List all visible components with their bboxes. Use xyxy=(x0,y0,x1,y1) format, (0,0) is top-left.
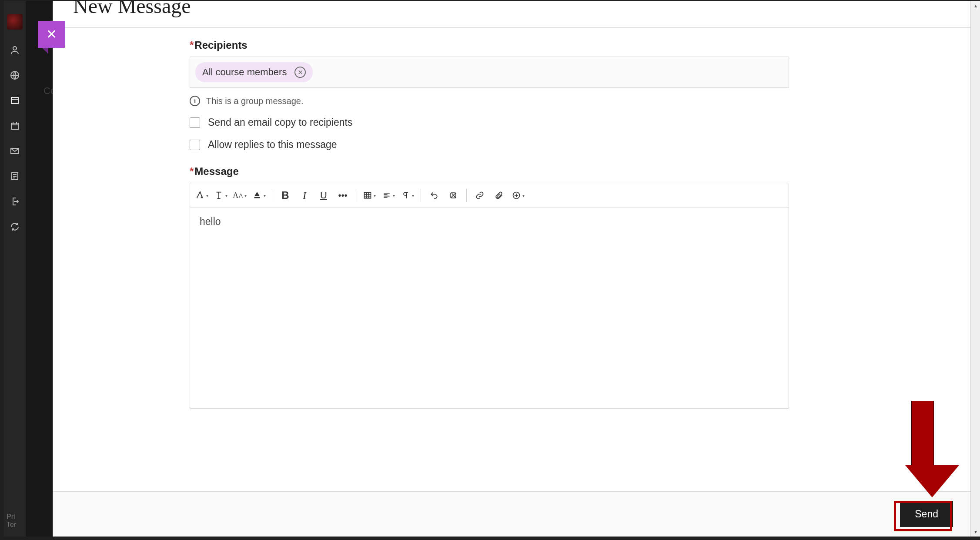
chevron-down-icon: ▾ xyxy=(206,193,208,198)
vertical-scrollbar[interactable]: ▴ ▾ xyxy=(970,1,980,537)
panel-footer: Send xyxy=(53,491,970,537)
italic-button[interactable]: I xyxy=(295,187,314,204)
grades-icon xyxy=(9,171,20,181)
sync-icon xyxy=(9,222,20,231)
allow-replies-option[interactable]: Allow replies to this message xyxy=(190,139,789,151)
scroll-up-button[interactable]: ▴ xyxy=(971,1,980,10)
align-button[interactable]: ▾ xyxy=(379,187,398,204)
close-icon: ✕ xyxy=(46,28,57,41)
chevron-down-icon: ▾ xyxy=(264,193,266,198)
recipients-label: *Recipients xyxy=(190,39,789,51)
text-color-button[interactable]: ▾ xyxy=(249,187,268,204)
underline-button[interactable]: U xyxy=(314,187,333,204)
toolbar-separator xyxy=(421,189,421,202)
profile-icon xyxy=(9,45,20,55)
panel-header: New Message xyxy=(53,1,970,28)
calendar-icon xyxy=(9,121,20,131)
svg-rect-7 xyxy=(364,192,371,198)
required-asterisk: * xyxy=(190,165,194,177)
toolbar-separator xyxy=(356,189,356,202)
recipient-chip-label: All course members xyxy=(202,67,287,78)
font-family-button[interactable]: AA ▾ xyxy=(230,187,249,204)
paragraph-format-button[interactable]: ▾ xyxy=(211,187,230,204)
more-text-button[interactable]: ••• xyxy=(333,187,352,204)
chevron-down-icon: ▾ xyxy=(412,193,414,198)
editor-toolbar: ▾ ▾ AA ▾ ▾ xyxy=(190,183,789,208)
email-copy-checkbox[interactable] xyxy=(190,117,200,128)
panel-title: New Message xyxy=(73,0,950,18)
send-button[interactable]: Send xyxy=(900,501,953,527)
bg-footer-line2: Ter xyxy=(7,521,16,529)
table-button[interactable]: ▾ xyxy=(360,187,379,204)
svg-rect-6 xyxy=(254,197,260,198)
message-section: *Message ▾ ▾ xyxy=(190,165,789,409)
remove-recipient-button[interactable]: ✕ xyxy=(294,67,306,78)
info-icon: i xyxy=(190,96,200,106)
scroll-down-button[interactable]: ▾ xyxy=(971,527,980,537)
recipients-input[interactable]: All course members ✕ xyxy=(190,57,789,88)
mail-icon xyxy=(9,146,20,156)
message-body-input[interactable]: hello xyxy=(190,208,789,408)
paragraph-button[interactable]: ▾ xyxy=(398,187,417,204)
svg-point-0 xyxy=(13,47,17,50)
form-column: *Recipients All course members ✕ i This … xyxy=(190,39,789,409)
group-message-info-text: This is a group message. xyxy=(206,96,303,106)
chevron-down-icon: ▾ xyxy=(244,193,247,198)
email-copy-label: Send an email copy to recipients xyxy=(208,117,352,128)
courses-icon xyxy=(9,96,20,105)
text-style-button[interactable]: ▾ xyxy=(192,187,211,204)
svg-rect-2 xyxy=(11,97,18,104)
clear-format-button[interactable] xyxy=(444,187,463,204)
attach-button[interactable] xyxy=(489,187,508,204)
left-nav-rail xyxy=(4,1,26,537)
toolbar-separator xyxy=(466,189,467,202)
required-asterisk: * xyxy=(190,39,194,51)
panel-overlay: ✕ New Message *Recipients All course mem… xyxy=(26,1,970,537)
rich-text-editor: ▾ ▾ AA ▾ ▾ xyxy=(190,183,789,409)
email-copy-option[interactable]: Send an email copy to recipients xyxy=(190,117,789,128)
bg-footer-text: Pri Ter xyxy=(7,513,16,529)
bold-button[interactable]: B xyxy=(276,187,295,204)
undo-button[interactable] xyxy=(425,187,444,204)
signout-icon xyxy=(9,197,20,206)
allow-replies-label: Allow replies to this message xyxy=(208,139,337,151)
chevron-down-icon: ▾ xyxy=(393,193,395,198)
link-button[interactable] xyxy=(470,187,489,204)
group-message-info: i This is a group message. xyxy=(190,96,789,106)
insert-plus-button[interactable]: ▾ xyxy=(508,187,528,204)
chevron-down-icon: ▾ xyxy=(374,193,376,198)
new-message-panel: ✕ New Message *Recipients All course mem… xyxy=(53,1,970,537)
close-panel-button[interactable]: ✕ xyxy=(38,21,65,48)
chevron-down-icon: ▾ xyxy=(522,193,525,198)
chevron-down-icon: ▾ xyxy=(225,193,227,198)
bg-footer-line1: Pri xyxy=(7,513,16,521)
recipients-label-text: Recipients xyxy=(194,39,247,51)
message-label-text: Message xyxy=(194,165,238,177)
message-label: *Message xyxy=(190,165,789,178)
recipient-chip: All course members ✕ xyxy=(195,62,313,82)
svg-rect-3 xyxy=(11,123,18,129)
allow-replies-checkbox[interactable] xyxy=(190,140,200,150)
panel-body: *Recipients All course members ✕ i This … xyxy=(53,28,970,491)
toolbar-separator xyxy=(272,189,272,202)
brand-logo xyxy=(7,14,23,30)
globe-icon xyxy=(9,70,20,80)
